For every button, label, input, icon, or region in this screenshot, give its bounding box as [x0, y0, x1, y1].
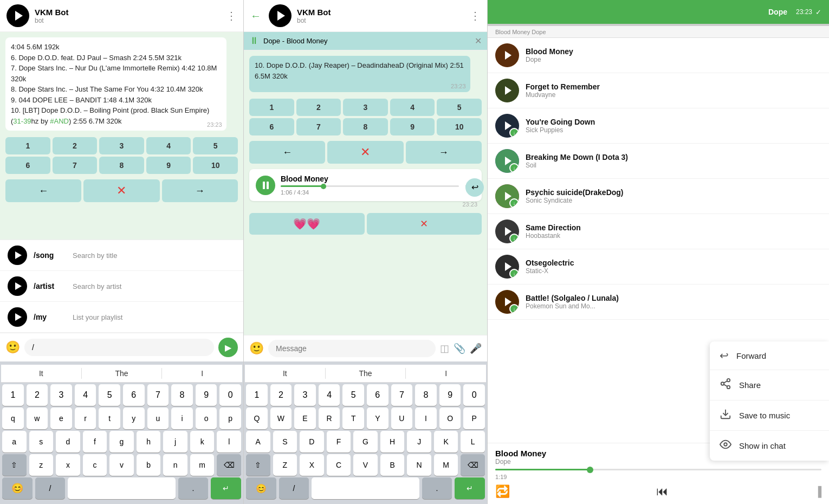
key-o[interactable]: o [196, 408, 217, 429]
cmd-my[interactable]: /my List your playlist [0, 302, 243, 333]
sug-it[interactable]: It [1, 368, 82, 379]
key-8[interactable]: 8 [171, 384, 193, 406]
key-enter[interactable]: ↵ [211, 477, 241, 499]
mid-key-L[interactable]: L [461, 431, 485, 453]
mid-num-7[interactable]: 7 [296, 118, 341, 135]
key-e[interactable]: e [50, 408, 72, 429]
key-m[interactable]: m [190, 454, 215, 476]
mid-key-F[interactable]: F [327, 431, 351, 453]
left-cancel-btn[interactable]: ✕ [83, 179, 159, 202]
key-z[interactable]: z [29, 454, 54, 476]
music-item-1[interactable]: Forget to Remember Mudvayne [488, 73, 829, 108]
mid-key-N[interactable]: N [407, 454, 431, 476]
key-shift[interactable]: ⇧ [2, 454, 27, 476]
mid-key-Q[interactable]: Q [246, 408, 268, 429]
mid-num-9[interactable]: 9 [390, 118, 435, 135]
mid-key-J[interactable]: J [407, 431, 431, 453]
mid-key-V[interactable]: V [353, 454, 378, 476]
left-num-6[interactable]: 6 [5, 157, 50, 174]
mid-share-btn[interactable]: ↩ [465, 178, 484, 197]
mid-emoji-btn[interactable]: 🙂 [249, 341, 264, 356]
key-1[interactable]: 1 [2, 384, 24, 406]
left-num-1[interactable]: 1 [5, 137, 50, 154]
key-n[interactable]: n [163, 454, 187, 476]
mid-key-1[interactable]: 1 [246, 384, 268, 406]
mid-key-C[interactable]: C [327, 454, 351, 476]
mid-x-btn[interactable]: ✕ [367, 213, 482, 235]
mid-num-4[interactable]: 4 [390, 99, 435, 116]
key-5[interactable]: 5 [99, 384, 120, 406]
key-a[interactable]: a [2, 431, 27, 453]
left-num-5[interactable]: 5 [193, 137, 238, 154]
bp-progress-bar[interactable] [495, 469, 821, 470]
mid-next-btn[interactable]: → [406, 141, 482, 164]
key-j[interactable]: j [163, 431, 187, 453]
mid-key-slash[interactable]: / [279, 477, 309, 499]
key-v[interactable]: v [109, 454, 134, 476]
mid-attach-btn[interactable]: 📎 [454, 343, 465, 354]
mid-num-8[interactable]: 8 [343, 118, 388, 135]
bp-repeat-btn[interactable]: 🔁 [495, 484, 510, 499]
key-x[interactable]: x [56, 454, 80, 476]
key-k[interactable]: k [190, 431, 215, 453]
key-7[interactable]: 7 [147, 384, 169, 406]
left-num-4[interactable]: 4 [146, 137, 191, 154]
music-item-5[interactable]: ↓ Same Direction Hoobastank [488, 214, 829, 249]
key-l[interactable]: l [217, 431, 241, 453]
key-4[interactable]: 4 [75, 384, 96, 406]
mid-key-shift[interactable]: ⇧ [246, 454, 270, 476]
key-f[interactable]: f [83, 431, 107, 453]
music-item-7[interactable]: ↓ Battle! (Solgaleo / Lunala) Pokemon Su… [488, 285, 829, 320]
left-prev-btn[interactable]: ← [5, 179, 81, 202]
sug-i[interactable]: I [162, 368, 242, 379]
mid-key-period[interactable]: . [422, 477, 452, 499]
bp-prev-btn[interactable]: ⏮ [656, 484, 668, 499]
mid-num-5[interactable]: 5 [437, 99, 482, 116]
mid-heart-btn[interactable]: 💗💗 [249, 213, 365, 235]
left-num-3[interactable]: 3 [99, 137, 144, 154]
mid-key-I[interactable]: I [415, 408, 437, 429]
ctx-forward[interactable]: ↩ Forward [710, 341, 829, 370]
key-space[interactable] [68, 477, 176, 499]
mid-prev-btn[interactable]: ← [249, 141, 325, 164]
key-h[interactable]: h [137, 431, 161, 453]
mid-key-B[interactable]: B [380, 454, 405, 476]
music-item-6[interactable]: ↓ Otsegolectric Static-X [488, 249, 829, 285]
left-num-10[interactable]: 10 [193, 157, 238, 174]
mid-sug-i[interactable]: I [406, 368, 486, 379]
mid-key-P[interactable]: P [463, 408, 485, 429]
key-0[interactable]: 0 [219, 384, 241, 406]
mid-key-U[interactable]: U [391, 408, 413, 429]
key-t[interactable]: t [99, 408, 120, 429]
mid-key-T[interactable]: T [342, 408, 364, 429]
mid-back-btn[interactable]: ← [250, 10, 261, 22]
mid-key-backspace[interactable]: ⌫ [461, 454, 485, 476]
key-c[interactable]: c [83, 454, 107, 476]
ctx-show-chat[interactable]: Show in chat [710, 431, 829, 461]
mid-num-10[interactable]: 10 [437, 118, 482, 135]
mid-key-E[interactable]: E [294, 408, 316, 429]
key-p[interactable]: p [219, 408, 241, 429]
left-num-9[interactable]: 9 [146, 157, 191, 174]
mid-key-Y[interactable]: Y [367, 408, 388, 429]
mid-key-4[interactable]: 4 [319, 384, 340, 406]
mid-key-enter[interactable]: ↵ [455, 477, 485, 499]
mid-key-H[interactable]: H [380, 431, 405, 453]
mid-sticker-btn[interactable]: ◫ [440, 343, 449, 354]
key-u[interactable]: u [147, 408, 169, 429]
mid-key-Z[interactable]: Z [273, 454, 297, 476]
mid-num-2[interactable]: 2 [296, 99, 341, 116]
mid-sug-it[interactable]: It [245, 368, 326, 379]
mid-key-D[interactable]: D [300, 431, 324, 453]
key-y[interactable]: y [123, 408, 145, 429]
mid-num-6[interactable]: 6 [249, 118, 294, 135]
music-item-2[interactable]: ↓ You're Going Down Sick Puppies [488, 108, 829, 144]
key-3[interactable]: 3 [50, 384, 72, 406]
mid-pause-btn[interactable] [256, 176, 275, 195]
mid-key-8[interactable]: 8 [415, 384, 437, 406]
key-i[interactable]: i [171, 408, 193, 429]
mid-key-M[interactable]: M [434, 454, 458, 476]
mid-num-1[interactable]: 1 [249, 99, 294, 116]
mid-key-9[interactable]: 9 [439, 384, 461, 406]
mid-key-6[interactable]: 6 [367, 384, 388, 406]
